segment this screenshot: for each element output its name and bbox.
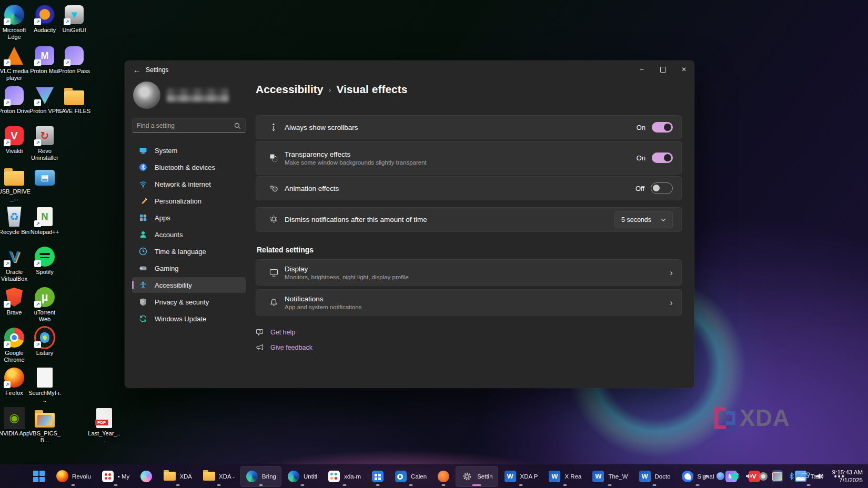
gear-icon xyxy=(461,470,473,483)
desktop-icon-mgmt[interactable]: ▤ xyxy=(28,166,62,187)
breadcrumb-separator-icon: › xyxy=(328,85,331,94)
minimize-button[interactable]: – xyxy=(631,60,652,78)
tray-bluetooth-icon[interactable] xyxy=(786,469,798,484)
desktop-icon-proton-vpn[interactable]: ↗Proton VPN xyxy=(28,85,62,115)
desktop-icon-label: VLC media player xyxy=(0,68,31,81)
tray-blue-orb-icon[interactable] xyxy=(715,469,726,484)
sidebar-item-privacy-security[interactable]: Privacy & security xyxy=(132,294,246,310)
animation-toggle[interactable] xyxy=(651,182,673,194)
sidebar-item-windows-update[interactable]: Windows Update xyxy=(132,311,246,327)
tray-teal-dots-icon[interactable] xyxy=(729,469,741,484)
desktop-icon-vivaldi[interactable]: V↗Vivaldi xyxy=(0,125,31,155)
desktop-icon-last-year-[interactable]: Last_Year_... xyxy=(87,408,121,443)
related-row-display[interactable]: Display Monitors, brightness, night ligh… xyxy=(256,259,682,286)
desktop-icon-brave[interactable]: ↗Brave xyxy=(0,287,31,316)
taskbar-item-calen[interactable]: Calen xyxy=(390,466,431,486)
desktop-icon-searchmyfi-[interactable]: SearchMyFi... xyxy=(28,367,62,403)
desktop-icon-audacity[interactable]: ↗Audacity xyxy=(28,4,62,34)
system-icon xyxy=(139,146,147,155)
transparency-toggle[interactable] xyxy=(652,152,673,163)
tray-gray-circle-icon[interactable] xyxy=(758,469,769,484)
taskbar-item-x-rea[interactable]: WX Rea xyxy=(543,466,586,486)
copilot-button[interactable] xyxy=(135,466,157,486)
desktop-icon-firefox[interactable]: ↗Firefox xyxy=(0,367,31,396)
tray-monitor-plug-icon[interactable] xyxy=(800,469,812,484)
related-settings-header: Related settings xyxy=(257,246,682,254)
desktop-icon-unigetui[interactable]: ▼↗UniGetUI xyxy=(57,4,91,34)
tray-date: 7/1/2025 xyxy=(832,476,863,484)
desktop-icon-proton-pass[interactable]: ↗Proton Pass xyxy=(57,45,91,75)
sidebar-item-bluetooth-devices[interactable]: Bluetooth & devices xyxy=(132,159,246,175)
desktop-icon-recycle-bin[interactable]: ♻Recycle Bin xyxy=(0,206,31,236)
taskbar-item-untitl[interactable]: Untitl xyxy=(282,466,322,486)
desktop-icon-oracle-virtualbox[interactable]: V↗Oracle VirtualBox xyxy=(0,246,31,282)
sidebar-item-gaming[interactable]: Gaming xyxy=(132,260,246,276)
taskbar-item-orange[interactable] xyxy=(432,466,455,486)
back-icon[interactable]: ← xyxy=(128,66,146,74)
desktop-icon-vbs-pics-b-[interactable]: VBS_PICS_B... xyxy=(28,408,62,443)
taskbar-item--my[interactable]: • My xyxy=(97,466,135,486)
close-button[interactable]: ✕ xyxy=(673,60,694,78)
tray-screen-colors-icon[interactable] xyxy=(772,469,783,484)
desktop-icon-listary[interactable]: ↗Listary xyxy=(28,327,62,357)
maximize-button[interactable] xyxy=(652,60,673,78)
taskbar-item-xda[interactable]: XDA xyxy=(158,466,197,486)
taskbar-item-label: xda-m xyxy=(344,473,361,480)
taskbar-item-label: Settin xyxy=(477,473,492,480)
shortcut-arrow-icon: ↗ xyxy=(34,341,41,348)
desktop-icon-google-chrome[interactable]: ↗Google Chrome xyxy=(0,327,31,363)
folder-icon xyxy=(203,470,215,483)
recycle-icon: ♻ xyxy=(6,207,23,227)
desktop-icon-proton-drive[interactable]: ↗Proton Drive xyxy=(0,85,31,115)
taskbar-item-xda-m[interactable]: xda-m xyxy=(323,466,366,486)
start-button[interactable] xyxy=(28,466,50,486)
accounts-icon xyxy=(139,230,147,239)
desktop-icon-nvidia-app[interactable]: ◉NVIDIA App xyxy=(0,408,31,437)
taskbar-item-bring[interactable]: Bring xyxy=(240,466,281,487)
taskbar-item-the-w[interactable]: WThe_W xyxy=(587,466,632,486)
mgmt-icon: ▤ xyxy=(35,170,55,186)
tray-speaker-mini-icon[interactable] xyxy=(743,469,755,484)
desktop-icon-save-files[interactable]: SAVE FILES xyxy=(57,85,91,115)
dismiss-time-dropdown[interactable]: 5 seconds xyxy=(614,211,673,228)
sidebar-item-system[interactable]: System xyxy=(132,143,246,158)
taskbar-item-label: XDA - xyxy=(219,473,235,480)
desktop-icon-vlc-media-player[interactable]: ↗VLC media player xyxy=(0,45,31,81)
taskbar-item-docto[interactable]: WDocto xyxy=(634,466,675,486)
sidebar-item-accessibility[interactable]: Accessibility xyxy=(132,277,246,293)
search-input[interactable]: Find a setting xyxy=(132,118,246,133)
scrollbars-toggle[interactable] xyxy=(652,122,673,133)
sidebar-item-apps[interactable]: Apps xyxy=(132,210,246,226)
taskbar-item-revolu[interactable]: Revolu xyxy=(51,466,96,486)
settings-main: Accessibility › Visual effects Always sh… xyxy=(256,79,682,359)
sidebar-item-personalization[interactable]: Personalization xyxy=(132,193,246,209)
scrollbars-icon xyxy=(264,123,284,132)
sidebar-item-network-internet[interactable]: Network & internet xyxy=(132,176,246,192)
shortcut-arrow-icon: ↗ xyxy=(4,59,11,66)
setting-row-animation-effects: Animation effects Off xyxy=(256,176,682,200)
give-feedback-link[interactable]: Give feedback xyxy=(256,343,682,352)
desktop-icon-revo-uninstaller[interactable]: ↻↗Revo Uninstaller xyxy=(28,125,62,161)
shortcut-arrow-icon: ↗ xyxy=(4,18,11,25)
related-row-notifications[interactable]: Notifications App and system notificatio… xyxy=(256,289,682,316)
desktop-icon-proton-mail[interactable]: M↗Proton Mail xyxy=(28,45,62,75)
running-indicator xyxy=(342,484,346,486)
desktop-icon-microsoft-edge[interactable]: ↗Microsoft Edge xyxy=(0,4,31,40)
desktop-icon-notepad-[interactable]: N↗Notepad++ xyxy=(28,206,62,236)
tray-volume-icon[interactable] xyxy=(814,469,826,484)
tray-clock[interactable]: 9:15:43 AM 7/1/2025 xyxy=(832,469,863,484)
taskbar-item-settin[interactable]: Settin xyxy=(456,466,498,487)
breadcrumb-parent[interactable]: Accessibility xyxy=(256,83,323,96)
taskbar-item-store[interactable] xyxy=(367,466,389,486)
desktop-icon-usb-drive-[interactable]: USB_DRIVE_... xyxy=(0,166,31,201)
taskbar-item-label: Bring xyxy=(262,473,276,480)
avatar[interactable] xyxy=(133,82,160,109)
tray-chevron-up-icon[interactable] xyxy=(701,469,712,484)
get-help-link[interactable]: ? Get help xyxy=(256,328,682,337)
sidebar-item-time-language[interactable]: Time & language xyxy=(132,243,246,259)
sidebar-item-accounts[interactable]: Accounts xyxy=(132,227,246,242)
desktop-icon-utorrent-web[interactable]: µ↗uTorrent Web xyxy=(28,287,62,322)
desktop-icon-spotify[interactable]: ↗Spotify xyxy=(28,246,62,276)
taskbar-item-xda-p[interactable]: WXDA P xyxy=(499,466,543,486)
taskbar-item-xda-[interactable]: XDA - xyxy=(198,466,239,486)
